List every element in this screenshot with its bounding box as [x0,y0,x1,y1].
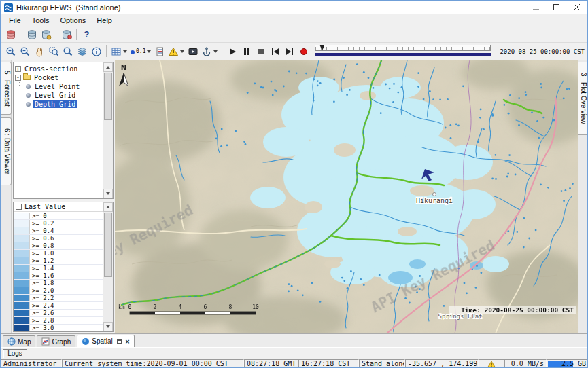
expander-icon[interactable]: - [15,75,21,81]
folder-icon [23,75,31,80]
scrollbar-thumb[interactable] [104,73,112,120]
time-slider[interactable] [315,45,491,58]
scrollbar-thumb[interactable] [104,213,112,277]
memory-label: 2.5 GB [561,360,586,368]
zoom-in-icon[interactable] [3,44,18,58]
legend-header[interactable]: Last Value [14,202,113,212]
edit-database-icon[interactable] [59,27,73,41]
status-coordinates: -35.657 , 174.199 [405,359,479,368]
expander-icon[interactable]: + [15,66,21,72]
pause-button[interactable] [239,44,254,58]
layers-icon[interactable] [75,44,89,58]
grid-display-button[interactable] [109,44,128,58]
chart-icon [41,337,50,346]
menu-help[interactable]: Help [91,15,118,26]
tree-item-pocket[interactable]: - Pocket [14,73,103,81]
status-system-time: Current system time:2020-09-01 00:00 CST [62,359,244,368]
color-swatch [14,310,30,316]
legend-title: Last Value [24,203,65,210]
profile-document-icon[interactable] [152,44,167,58]
legend-entry: >= 0.4 [14,227,103,235]
database-icon[interactable] [3,27,18,41]
map-time-label: Time: 2020-08-25 00:00:00 CST [461,306,574,314]
menu-tools[interactable]: Tools [27,15,55,26]
info-icon[interactable] [89,44,103,58]
tab-graph[interactable]: Graph [37,335,75,347]
close-button[interactable] [567,1,587,14]
timeline-period-bar [315,53,491,56]
map-toolbar: 0.1 2020-08-25 00:00:00 CST [1,43,587,60]
window-title: Hikurangi FEWS (Stand alone) [16,3,120,12]
color-swatch [14,265,30,272]
legend-entry: >= 1.2 [14,257,103,265]
legend-entry: >= 2.6 [14,310,103,317]
zoom-box-icon[interactable] [46,44,60,58]
stop-button[interactable] [254,44,268,58]
zoom-out-icon[interactable] [18,44,32,58]
minimize-button[interactable] [526,1,547,14]
tab-plot-overview[interactable]: 3 : Plot Overview [576,62,587,135]
maximize-button[interactable] [547,1,567,14]
legend-entry: >= 2.2 [14,295,103,302]
color-swatch [14,242,30,249]
color-swatch [14,287,30,294]
node-icon [26,102,31,107]
import-database-icon[interactable] [24,27,39,41]
color-swatch [14,302,30,309]
svg-text:4: 4 [179,304,182,310]
left-tab-strip: 5 : Forecast 6 : Data Viewer [1,60,12,333]
float-window-icon[interactable] [117,339,122,344]
selected-item-label: Depth Grid [33,100,77,108]
dropdown-arrow-icon [180,50,184,53]
close-tab-icon[interactable]: × [125,338,131,345]
scroll-up-icon[interactable] [103,62,113,72]
menu-bar: File Tools Options Help [1,14,587,26]
app-logo-icon [4,3,13,12]
tree-item-level-point[interactable]: Level Point [14,82,103,90]
legend-entry: >= 2.0 [14,287,103,295]
color-swatch [14,257,30,264]
zoom-extent-icon[interactable] [60,44,75,58]
animation-export-icon[interactable] [186,44,200,58]
tab-forecast[interactable]: 5 : Forecast [1,62,12,115]
dropdown-arrow-icon [123,50,127,53]
legend-scrollbar[interactable] [103,202,113,331]
record-button[interactable] [296,44,311,58]
scroll-up-icon[interactable] [103,202,113,212]
color-swatch [14,325,30,331]
map-label-town: Hikurangi [416,197,453,204]
pan-hand-icon[interactable] [32,44,46,58]
time-slider-handle[interactable] [319,45,324,51]
menu-options[interactable]: Options [54,15,91,26]
skip-to-end-button[interactable] [282,44,296,58]
menu-file[interactable]: File [3,15,27,26]
dot-icon [130,48,135,55]
logs-button[interactable]: Logs [3,349,27,358]
skip-to-start-button[interactable] [268,44,282,58]
svg-text:10: 10 [252,304,259,310]
warning-threshold-button[interactable] [167,44,186,58]
tree-scrollbar[interactable] [103,62,113,198]
anchor-tool-button[interactable] [200,44,219,58]
last-value-checkbox[interactable] [16,204,22,210]
tab-spatial[interactable]: Spatial × [77,335,135,347]
status-warning[interactable] [479,359,504,368]
title-bar[interactable]: Hikurangi FEWS (Stand alone) [1,1,587,14]
help-icon[interactable]: ? [80,27,94,41]
contour-value-button[interactable]: 0.1 [128,44,152,58]
status-user: Administrator [1,359,62,368]
legend-entry: >= 1.0 [14,250,103,257]
tab-data-viewer[interactable]: 6 : Data Viewer [1,117,12,185]
scroll-down-icon[interactable] [103,189,113,198]
time-slider-track[interactable] [315,45,491,51]
tree-item-level-grid[interactable]: Level Grid [14,91,103,99]
tab-map[interactable]: Map [3,335,35,347]
tree-item-cross-section[interactable]: + Cross-section [14,65,103,73]
map-canvas[interactable]: Hikurangi Springs Flat API Key Required … [115,60,578,333]
export-database-icon[interactable] [39,27,53,41]
play-button[interactable] [225,44,239,58]
tree-item-depth-grid[interactable]: Depth Grid [14,100,103,108]
scroll-down-icon[interactable] [103,322,113,331]
color-swatch [14,272,30,279]
status-gmt-time: 08:27:18 GMT [244,359,298,368]
